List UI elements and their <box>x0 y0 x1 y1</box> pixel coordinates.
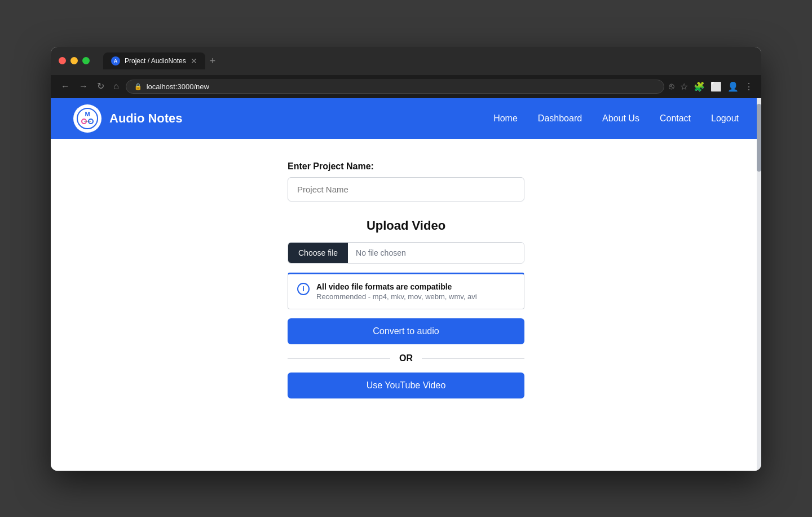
upload-title: Upload Video <box>367 218 445 233</box>
file-input-wrapper: Choose file No file chosen <box>288 242 524 264</box>
scrollbar-track[interactable] <box>757 98 761 471</box>
file-name-display: No file chosen <box>348 243 524 263</box>
nav-dashboard[interactable]: Dashboard <box>538 113 582 124</box>
close-window-button[interactable] <box>59 57 66 64</box>
navbar-brand[interactable]: M Audio Notes <box>73 104 183 133</box>
or-text: OR <box>399 353 413 363</box>
address-bar[interactable]: 🔒 localhost:3000/new <box>126 80 664 94</box>
choose-file-button[interactable]: Choose file <box>288 243 348 263</box>
browser-toolbar: ← → ↻ ⌂ 🔒 localhost:3000/new ⎋ ☆ 🧩 ⬜ 👤 ⋮ <box>51 75 761 98</box>
lock-icon: 🔒 <box>134 83 142 90</box>
browser-titlebar: A Project / AudioNotes ✕ + <box>51 47 761 75</box>
svg-text:M: M <box>85 111 90 117</box>
toolbar-actions: ⎋ ☆ 🧩 ⬜ 👤 ⋮ <box>669 81 753 92</box>
main-content: Enter Project Name: Upload Video Choose … <box>51 139 761 432</box>
nav-home-link[interactable]: Home <box>493 113 518 123</box>
navbar-nav: Home Dashboard About Us Contact Logout <box>493 113 739 124</box>
logo-circle: M <box>73 104 102 133</box>
tab-favicon: A <box>111 56 120 65</box>
active-tab[interactable]: A Project / AudioNotes ✕ <box>103 52 205 69</box>
info-subtitle: Recommended - mp4, mkv, mov, webm, wmv, … <box>316 292 477 301</box>
bookmark-button[interactable]: ☆ <box>680 81 688 92</box>
youtube-button[interactable]: Use YouTube Video <box>288 373 524 398</box>
minimize-window-button[interactable] <box>70 57 78 64</box>
project-form-section: Enter Project Name: <box>288 161 524 201</box>
nav-contact[interactable]: Contact <box>660 113 691 124</box>
forward-button[interactable]: → <box>77 81 90 92</box>
or-line-left <box>288 358 390 358</box>
nav-dashboard-link[interactable]: Dashboard <box>538 113 582 123</box>
menu-button[interactable]: ⋮ <box>744 81 753 92</box>
address-text: localhost:3000/new <box>147 82 209 91</box>
nav-contact-link[interactable]: Contact <box>660 113 691 123</box>
share-button[interactable]: ⎋ <box>669 81 674 91</box>
info-title: All video file formats are compatible <box>316 282 477 291</box>
tab-bar: A Project / AudioNotes ✕ + <box>103 52 220 69</box>
nav-logout[interactable]: Logout <box>711 113 739 124</box>
project-name-label: Enter Project Name: <box>288 161 374 172</box>
or-line-right <box>422 358 524 358</box>
split-view-button[interactable]: ⬜ <box>710 81 722 92</box>
reload-button[interactable]: ↻ <box>95 81 107 92</box>
tab-title: Project / AudioNotes <box>125 57 186 65</box>
info-box: i All video file formats are compatible … <box>288 273 524 309</box>
nav-about[interactable]: About Us <box>602 113 639 124</box>
navbar: M Audio Notes Home Dashboard About Us Co… <box>51 98 761 139</box>
profile-button[interactable]: 👤 <box>727 81 739 92</box>
convert-button[interactable]: Convert to audio <box>288 318 524 344</box>
back-button[interactable]: ← <box>59 81 72 92</box>
nav-logout-link[interactable]: Logout <box>711 113 739 123</box>
upload-section: Upload Video Choose file No file chosen … <box>288 218 524 398</box>
maximize-window-button[interactable] <box>82 57 90 64</box>
info-icon: i <box>297 283 310 295</box>
scrollbar-thumb[interactable] <box>757 104 761 172</box>
info-text-block: All video file formats are compatible Re… <box>316 282 477 301</box>
nav-home[interactable]: Home <box>493 113 518 124</box>
page-content: M Audio Notes Home Dashboard About Us Co… <box>51 98 761 471</box>
brand-name: Audio Notes <box>109 111 183 126</box>
nav-about-link[interactable]: About Us <box>602 113 639 123</box>
logo-svg: M <box>76 107 99 130</box>
extensions-button[interactable]: 🧩 <box>694 81 705 92</box>
tab-close-button[interactable]: ✕ <box>191 56 197 65</box>
project-name-input[interactable] <box>288 177 524 201</box>
browser-window: A Project / AudioNotes ✕ + ← → ↻ ⌂ 🔒 loc… <box>51 47 761 471</box>
browser-controls: A Project / AudioNotes ✕ + <box>59 52 753 69</box>
home-button[interactable]: ⌂ <box>111 81 121 92</box>
or-divider: OR <box>288 353 524 363</box>
new-tab-button[interactable]: + <box>205 54 220 68</box>
